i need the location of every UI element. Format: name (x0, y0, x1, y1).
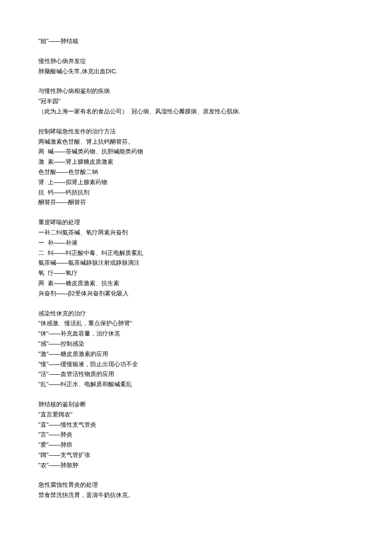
text-line: "慢"——缓慢输液，防止出现心功不全 (38, 359, 354, 370)
section-3: 控制哮喘急性发作的治疗方法两碱激素色甘酸、肾上抗钙酮替芬。两 碱——茶碱类药物、… (38, 127, 354, 208)
text-line: 感染性休克的治疗 (38, 309, 354, 319)
text-line: 禁食禁洗快洗胃，蛋清牛奶抗休克。 (38, 490, 354, 500)
text-line: "阔"——支气管扩张 (38, 450, 354, 460)
text-line: "直"——慢性支气管炎 (38, 420, 354, 430)
text-line: "爱"——肺癌 (38, 440, 354, 450)
text-line: 一补二纠氨茶碱、氧疗两素兴奋剂 (38, 228, 354, 238)
text-line: 急性腐蚀性胃炎的处理 (38, 480, 354, 490)
section-5: 感染性休克的治疗"休感激、慢活乱，重点保护心肺肾""休"——补充血容量，治疗休克… (38, 309, 354, 390)
text-line: "感"——控制感染 (38, 339, 354, 349)
text-line: 抗 钙——钙拮抗剂 (38, 188, 354, 198)
section-1: 慢性肺心病并发症肺脑酸碱心失常,休克出血DIC. (38, 56, 354, 77)
text-line: 肺结核的鉴别诊断 (38, 399, 354, 410)
text-line: 兴奋剂——β2受体兴奋剂雾化吸入 (38, 289, 354, 299)
text-line: "乱"——纠正水、电解质和酸碱紊乱 (38, 379, 354, 390)
text-line: 氧 疗——氧疗 (38, 268, 354, 278)
text-line: 控制哮喘急性发作的治疗方法 (38, 127, 354, 137)
text-line: 与慢性肺心病相鉴别的疾病 (38, 86, 354, 96)
text-line: "农"——肺脓肿 (38, 460, 354, 471)
text-line: 两 素——糖皮质激素、抗生素 (38, 278, 354, 289)
text-line: 两碱激素色甘酸、肾上抗钙酮替芬。 (38, 137, 354, 147)
section-6: 肺结核的鉴别诊断"直言爱阔农""直"——慢性支气管炎"言"——肺炎"爱"——肺癌… (38, 399, 354, 471)
text-line: 二 纠——纠正酸中毒、纠正电解质紊乱 (38, 248, 354, 258)
text-line: 肺脑酸碱心失常,休克出血DIC. (38, 66, 354, 77)
section-0: "姐"——肺结核 (38, 36, 354, 46)
text-line: 肾 上——拟肾上腺素药物 (38, 177, 354, 188)
text-line: 两 碱——茶碱类药物、抗胆碱能类药物 (38, 147, 354, 157)
section-2: 与慢性肺心病相鉴别的疾病"冠丰园"（此为上海一家有名的食品公司） 冠心病、风湿性… (38, 86, 354, 116)
text-line: "言"——肺炎 (38, 430, 354, 440)
text-line: 慢性肺心病并发症 (38, 56, 354, 66)
text-line: "直言爱阔农" (38, 410, 354, 420)
text-line: 一 补——补液 (38, 238, 354, 248)
text-line: "休感激、慢活乱，重点保护心肺肾" (38, 318, 354, 329)
text-line: "激"——糖皮质激素的应用 (38, 349, 354, 359)
document-content: "姐"——肺结核慢性肺心病并发症肺脑酸碱心失常,休克出血DIC.与慢性肺心病相鉴… (38, 36, 354, 500)
text-line: 酮替芬——酮替芬 (38, 197, 354, 208)
section-7: 急性腐蚀性胃炎的处理禁食禁洗快洗胃，蛋清牛奶抗休克。 (38, 480, 354, 500)
text-line: 色甘酸——色甘酸二钠 (38, 167, 354, 177)
text-line: "冠丰园" (38, 96, 354, 107)
section-4: 重度哮喘的处理一补二纠氨茶碱、氧疗两素兴奋剂一 补——补液二 纠——纠正酸中毒、… (38, 217, 354, 298)
text-line: "休"——补充血容量，治疗休克 (38, 329, 354, 339)
text-line: "姐"——肺结核 (38, 36, 354, 46)
text-line: 氨茶碱——氨茶碱静脉注射或静脉滴注 (38, 258, 354, 268)
text-line: 重度哮喘的处理 (38, 217, 354, 228)
text-line: "活"——血管活性物质的应用 (38, 369, 354, 379)
text-line: 激 素——肾上腺糖皮质激素 (38, 157, 354, 167)
text-line: （此为上海一家有名的食品公司） 冠心病、风湿性心瓣膜病、原发性心肌病. (38, 107, 354, 117)
